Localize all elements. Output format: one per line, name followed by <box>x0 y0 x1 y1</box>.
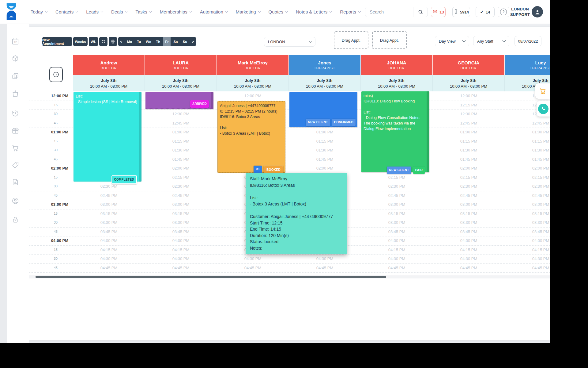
time-slot[interactable]: 01:00 PM <box>289 130 361 134</box>
time-slot[interactable]: 03:15 PM <box>505 211 550 216</box>
time-slot[interactable]: 02:15 PM <box>145 175 217 180</box>
time-slot[interactable]: 12:30 PM <box>145 112 217 116</box>
time-slot[interactable]: 02:30 PM <box>433 184 505 189</box>
column-header-johana[interactable]: JOHANADOCTOR <box>361 55 432 75</box>
time-slot[interactable]: 04:00 PM <box>433 238 505 243</box>
time-slot[interactable]: 04:30 PM <box>433 256 505 261</box>
time-slot[interactable]: 02:45 PM <box>361 193 433 198</box>
phone-panel-button[interactable] <box>537 101 550 117</box>
time-slot[interactable]: 02:45 PM <box>505 193 550 198</box>
calls-badge[interactable]: 5914 <box>452 7 470 17</box>
search-input[interactable]: Search <box>365 7 428 17</box>
column-header-mark-mcelroy[interactable]: Mark McElroyDOCTOR <box>217 55 288 75</box>
time-slot[interactable]: 02:30 PM <box>361 184 433 189</box>
time-slot[interactable]: 04:45 PM <box>361 266 433 270</box>
date-picker[interactable]: 08/07/2022 <box>514 36 541 46</box>
time-slot[interactable]: 12:45 PM <box>433 121 505 125</box>
day-th[interactable]: Th <box>154 37 162 46</box>
time-slot[interactable]: 12:45 PM <box>505 121 550 125</box>
time-slot[interactable]: 01:30 PM <box>289 148 361 152</box>
time-slot[interactable]: 03:45 PM <box>361 229 433 234</box>
time-slot[interactable]: 01:45 PM <box>289 157 361 162</box>
time-slot[interactable]: 03:30 PM <box>505 220 550 225</box>
time-slot[interactable]: 03:00 PM <box>145 202 217 207</box>
time-slot[interactable]: 01:45 PM <box>433 157 505 162</box>
time-slot[interactable]: 02:00 PM <box>433 166 505 171</box>
time-slot[interactable]: 02:30 PM <box>145 184 217 189</box>
time-slot[interactable]: 04:00 PM <box>145 238 217 243</box>
time-slot[interactable]: 04:30 PM <box>217 256 289 261</box>
time-slot[interactable]: 03:45 PM <box>145 229 217 234</box>
time-slot[interactable]: 12:15 PM <box>433 103 505 107</box>
time-slot[interactable]: 04:45 PM <box>433 266 505 270</box>
time-slot[interactable]: 02:15 PM <box>361 175 433 180</box>
sidebar-calendar-icon[interactable]: 12 <box>11 37 19 45</box>
time-slot[interactable]: 04:15 PM <box>145 247 217 252</box>
wl-button[interactable]: WL <box>89 37 98 46</box>
day-mo[interactable]: Mo <box>125 37 134 46</box>
time-slot[interactable]: 12:00 PM <box>217 94 289 98</box>
staff-select[interactable]: Any Staff <box>473 36 509 46</box>
sidebar-bag-icon[interactable] <box>11 90 19 98</box>
column-header-georgia[interactable]: GEORGIADOCTOR <box>433 55 504 75</box>
time-slot[interactable]: 03:30 PM <box>361 220 433 225</box>
time-slot[interactable]: 03:00 PM <box>73 202 145 207</box>
prev-day-button[interactable]: < <box>118 37 124 46</box>
time-slot[interactable]: 04:45 PM <box>73 266 145 270</box>
time-slot[interactable]: 02:00 PM <box>289 166 361 171</box>
time-slot[interactable]: 04:30 PM <box>145 256 217 261</box>
time-slot[interactable]: 01:15 PM <box>433 139 505 144</box>
time-slot[interactable]: 03:30 PM <box>145 220 217 225</box>
time-slot[interactable]: 03:30 PM <box>73 220 145 225</box>
nav-item-today[interactable]: Today <box>31 9 47 14</box>
time-slot[interactable]: 02:15 PM <box>433 175 505 180</box>
time-slot[interactable]: 01:15 PM <box>505 139 550 144</box>
nav-item-notes-letters[interactable]: Notes & Letters <box>296 9 332 14</box>
sidebar-gift-icon[interactable] <box>11 127 19 135</box>
column-header-lucy[interactable]: LucyTHERAPIST <box>505 55 550 75</box>
time-slot[interactable]: 12:30 PM <box>433 112 505 116</box>
time-slot[interactable]: 03:15 PM <box>433 211 505 216</box>
new-appointment-button[interactable]: New Appointment <box>42 37 72 46</box>
weeks-button[interactable]: Weeks <box>73 37 88 46</box>
time-slot[interactable]: 04:15 PM <box>73 247 145 252</box>
time-slot[interactable]: 04:45 PM <box>217 266 289 270</box>
time-slot[interactable]: 12:45 PM <box>145 121 217 125</box>
nav-item-quotes[interactable]: Quotes <box>269 9 288 14</box>
nav-item-leads[interactable]: Leads <box>86 9 103 14</box>
time-slot[interactable]: 01:15 PM <box>145 139 217 144</box>
appointment[interactable]: Abigail Joness | +44749000977712:15 PM -… <box>217 101 285 173</box>
help-button[interactable]: ? <box>498 7 509 17</box>
column-header-andrew[interactable]: AndrewDOCTOR <box>73 55 145 75</box>
time-slot[interactable]: 04:45 PM <box>505 266 550 270</box>
time-slot[interactable]: 01:45 PM <box>145 157 217 162</box>
brand-logo-icon[interactable] <box>5 3 18 21</box>
time-slot[interactable]: 01:30 PM <box>433 148 505 152</box>
appointment[interactable]: List:- Simple lesion (SS | Mole Removal)… <box>74 92 141 182</box>
time-slot[interactable]: 03:00 PM <box>505 202 550 207</box>
time-slot[interactable]: 04:30 PM <box>361 256 433 261</box>
appointment[interactable]: NEW CLIENTCONFIRMED <box>289 92 357 127</box>
column-header-laura[interactable]: LAURADOCTOR <box>145 55 217 75</box>
time-slot[interactable]: 04:45 PM <box>145 266 217 270</box>
nav-item-reports[interactable]: Reports <box>340 9 361 14</box>
nav-item-marketing[interactable]: Marketing <box>236 9 261 14</box>
time-slot[interactable]: 01:15 PM <box>289 139 361 144</box>
next-day-button[interactable]: > <box>190 37 196 46</box>
time-slot[interactable]: 04:45 PM <box>289 266 361 270</box>
refresh-button[interactable] <box>99 37 107 46</box>
sidebar-cart-icon[interactable] <box>11 144 19 152</box>
time-slot[interactable]: 01:00 PM <box>505 130 550 134</box>
time-slot[interactable]: 03:15 PM <box>145 211 217 216</box>
time-slot[interactable]: 04:15 PM <box>505 247 550 252</box>
time-slot[interactable]: 04:30 PM <box>505 256 550 261</box>
time-slot[interactable]: 01:30 PM <box>145 148 217 152</box>
sidebar-tag-icon[interactable]: $ <box>11 161 19 169</box>
sidebar-lock-icon[interactable] <box>11 216 19 224</box>
time-slot[interactable]: 04:15 PM <box>433 247 505 252</box>
sidebar-history-icon[interactable] <box>11 109 19 117</box>
cart-panel-button[interactable] <box>535 83 550 99</box>
search-icon[interactable] <box>413 7 428 17</box>
time-slot[interactable]: 01:00 PM <box>433 130 505 134</box>
time-slot[interactable]: 02:45 PM <box>433 193 505 198</box>
